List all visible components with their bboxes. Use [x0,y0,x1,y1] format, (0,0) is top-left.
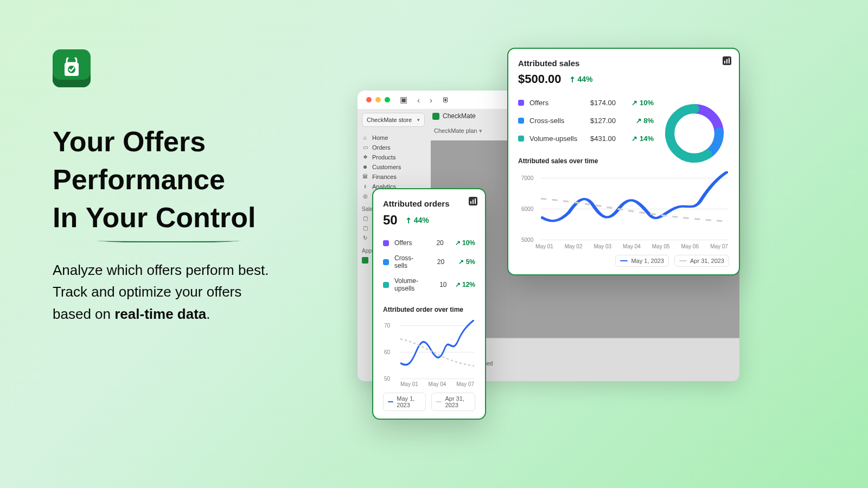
svg-rect-6 [726,59,727,63]
sales-delta: ↗44% [569,75,593,84]
row-volume-upsells: Volume-upsells$431.00↗ 14% [518,130,654,147]
legend-swatch-icon [518,118,524,124]
chart-legend: May 1, 2023 Apr 31, 2023 [518,255,729,267]
trend-up-icon: ↗ [403,215,414,226]
headline-emphasis: Your Control [86,202,256,233]
headline-line-2: Performance [53,164,225,195]
headline-line-3-pre: In [53,202,86,233]
page-headline: Your Offers Performance In Your Control [53,123,256,237]
chart-icon[interactable] [723,56,731,65]
attributed-sales-card: Attributed sales $500.00 ↗44% Offers$174… [507,48,740,275]
chart-subtitle: Attributed order over time [383,306,475,313]
store-selector[interactable]: CheckMate store [362,113,425,127]
sidebar-item-finances[interactable]: 🏛Finances [362,172,427,181]
panel-heading: cts to offer [444,345,726,351]
tag-icon: ❖ [362,154,368,160]
svg-rect-4 [475,198,476,204]
card-title: Attributed orders [383,199,475,208]
sidebar-item-products[interactable]: ❖Products [362,152,427,162]
app-badge-icon [432,113,439,120]
store-selector-label: CheckMate store [367,117,412,123]
breadcrumb-app-name: CheckMate [443,112,476,120]
nav-back-icon[interactable]: ‹ [417,95,420,105]
row-offers: Offers20↗ 10% [383,235,475,251]
breadcrumb: CheckMate [432,112,476,120]
legend-swatch-icon [518,100,524,106]
checkmate-logo [53,49,91,87]
home-icon: ⌂ [362,134,368,141]
orders-line-chart: 70 60 50 May 01 May 04 May 07 [382,317,476,387]
sidebar-item-orders[interactable]: ▭Orders [362,143,427,152]
sidebar-item-customers[interactable]: ☻Customers [362,162,427,171]
sales-donut-chart [662,101,727,166]
minimize-icon[interactable] [375,97,381,102]
headline-line-1: Your Offers [53,126,206,157]
row-cross-sells: Cross-sells$127.00↗ 8% [518,112,654,130]
sales-line-chart: 7000 6000 5000 May 01 May 02 May 03 May … [517,168,730,249]
page-subtext: Analyze which offers perform best. Track… [53,259,269,325]
trend-up-icon: ↗ [567,74,578,85]
app-icon [362,257,368,264]
legend-swatch-icon [383,259,389,265]
svg-rect-7 [729,58,730,63]
orders-value: 50 [383,213,398,228]
sidebar-item-home[interactable]: ⌂Home [362,133,427,142]
shield-icon[interactable]: ⛨ [442,96,449,104]
window-traffic-lights[interactable] [366,97,390,102]
legend-series-1[interactable]: May 1, 2023 [383,393,426,411]
plan-dropdown[interactable]: CheckMate plan [434,127,482,134]
orders-delta: ↗44% [405,216,429,224]
nav-forward-icon[interactable]: › [430,95,432,105]
user-icon: ☻ [362,164,368,170]
row-offers: Offers$174.00↗ 10% [518,94,654,112]
orders-icon: ▭ [362,144,368,151]
chart-legend: May 1, 2023 Apr 31, 2023 [383,393,475,411]
chart-icon[interactable] [469,197,477,206]
panel-line-1: ct source [444,354,726,360]
sales-value: $500.00 [518,72,561,86]
panel-line-2: pify recommended [444,360,726,367]
legend-swatch-icon [518,136,524,142]
legend-series-2[interactable]: Apr 31, 2023 [431,393,475,411]
legend-series-1[interactable]: May 1, 2023 [615,255,669,267]
maximize-icon[interactable] [385,97,390,102]
legend-swatch-icon [383,282,389,288]
close-icon[interactable] [366,97,372,102]
row-cross-sells: Cross-sells20↗ 5% [383,251,475,273]
legend-swatch-icon [383,240,389,246]
target-icon: ◎ [362,193,368,200]
sidebar-toggle-icon[interactable]: ▣ [400,95,407,105]
svg-rect-3 [473,200,474,204]
svg-rect-2 [470,201,471,204]
analytics-icon: ⫾ [362,183,368,190]
attributed-orders-card: Attributed orders 50 ↗44% Offers20↗ 10% … [372,188,486,420]
bank-icon: 🏛 [362,174,368,180]
row-volume-upsells: Volume-upsells10↗ 12% [383,273,475,296]
card-title: Attributed sales [518,59,729,68]
svg-rect-5 [724,61,725,63]
legend-series-2[interactable]: Apr 31, 2023 [674,255,729,267]
